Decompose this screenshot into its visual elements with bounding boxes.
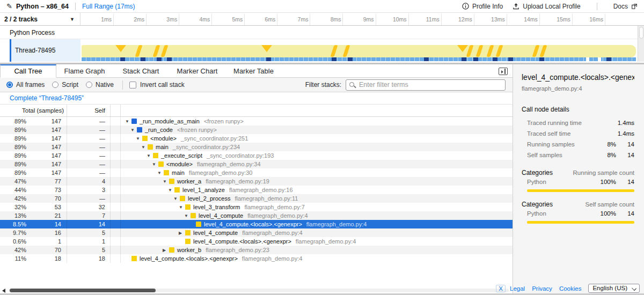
categories-title: Categories bbox=[522, 169, 573, 176]
sidebar-detail-row: Self samples8%14 bbox=[522, 150, 634, 160]
row-file-location: flamegraph_demo.py:11 bbox=[235, 195, 298, 202]
table-row[interactable]: 47%774▼worker_aflamegraph_demo.py:19 bbox=[0, 177, 513, 186]
process-track-row[interactable]: Python Process bbox=[0, 26, 638, 39]
row-total-samples: 18 bbox=[26, 255, 64, 262]
categories-subtitle: Running sample count bbox=[573, 169, 634, 176]
timeline-vertical-scrollbar[interactable] bbox=[638, 26, 644, 62]
expander-expand-icon[interactable]: ▶ bbox=[163, 248, 169, 253]
expander-collapse-icon[interactable]: ▼ bbox=[157, 171, 164, 175]
table-row[interactable]: 42%705▶worker_bflamegraph_demo.py:23 bbox=[0, 246, 513, 254]
footer-link-legal[interactable]: Legal bbox=[510, 285, 525, 292]
edit-profile-name-icon[interactable]: ✎ bbox=[6, 2, 12, 10]
table-row[interactable]: 32%5332▼level_3_transformflamegraph_demo… bbox=[0, 203, 513, 211]
detail-label: Self samples bbox=[527, 152, 592, 158]
column-header-total[interactable]: Total (samples) bbox=[0, 105, 67, 116]
column-header-self[interactable]: Self bbox=[67, 105, 111, 116]
chevron-down-icon: ▼ bbox=[70, 17, 75, 22]
table-row[interactable]: 89%147—▼<module>_sync_coordinator.py:251 bbox=[0, 134, 513, 143]
row-total-samples: 1 bbox=[26, 238, 64, 245]
expander-collapse-icon[interactable]: ▼ bbox=[168, 188, 174, 193]
profile-info-button[interactable]: Profile Info bbox=[462, 3, 503, 10]
table-row[interactable]: 13%217▼level_4_computeflamegraph_demo.py… bbox=[0, 211, 513, 220]
row-function-name: level_1_analyze bbox=[182, 187, 225, 193]
footer-close-button[interactable]: X bbox=[496, 285, 506, 292]
filter-search-input[interactable] bbox=[359, 80, 503, 90]
detail-percent: 8% bbox=[592, 152, 616, 158]
tab-call-tree[interactable]: Call Tree bbox=[0, 64, 56, 78]
radio-native-label[interactable]: Native bbox=[96, 81, 114, 88]
tab-marker-chart[interactable]: Marker Chart bbox=[169, 64, 225, 78]
expander-expand-icon[interactable]: ▶ bbox=[179, 231, 185, 235]
ruler-tick-label: 10ms bbox=[393, 16, 407, 23]
row-file-location: flamegraph_demo.py:4 bbox=[247, 212, 308, 219]
column-header-tree bbox=[121, 105, 513, 116]
expander-collapse-icon[interactable]: ▼ bbox=[173, 196, 180, 201]
table-row[interactable]: 42%70—▼level_2_processflamegraph_demo.py… bbox=[0, 194, 513, 203]
upload-profile-button[interactable]: Upload Local Profile bbox=[513, 3, 580, 10]
table-row[interactable]: 9.7%165▶level_4_computeflamegraph_demo.p… bbox=[0, 228, 513, 237]
row-total-percent: 8.5% bbox=[0, 221, 26, 227]
radio-script-label[interactable]: Script bbox=[62, 81, 78, 88]
table-row[interactable]: 0.6%11level_4_compute.<locals>.<genexpr>… bbox=[0, 237, 513, 246]
expander-collapse-icon[interactable]: ▼ bbox=[163, 179, 169, 184]
table-row[interactable]: 89%147—▼_run_code<frozen runpy> bbox=[0, 126, 513, 134]
sidebar-detail-row: Running samples8%14 bbox=[522, 139, 634, 150]
detail-label: Traced self time bbox=[527, 130, 592, 137]
horizontal-scrollbar-thumb[interactable] bbox=[10, 289, 156, 292]
call-node-sidebar: level_4_compute.<locals>.<genex… flamegr… bbox=[513, 64, 644, 295]
expander-collapse-icon[interactable]: ▼ bbox=[136, 136, 142, 141]
docs-button[interactable]: Docs bbox=[613, 3, 638, 10]
scroll-left-arrow-icon[interactable] bbox=[2, 289, 5, 293]
tracks-dropdown[interactable]: 2 / 2 tracks ▼ bbox=[0, 13, 80, 25]
table-row[interactable]: 89%147—▼mainflamegraph_demo.py:30 bbox=[0, 168, 513, 177]
expander-collapse-icon[interactable]: ▼ bbox=[130, 128, 137, 132]
breadcrumb-root[interactable]: Complete “Thread-78495” bbox=[10, 94, 84, 102]
row-total-percent: 47% bbox=[0, 178, 26, 185]
table-row[interactable]: 8.5%1414level_4_compute.<locals>.<genexp… bbox=[0, 220, 513, 228]
jank-marker-icon bbox=[115, 45, 126, 52]
footer-link-cookies[interactable]: Cookies bbox=[559, 285, 582, 292]
table-row[interactable]: 89%147—▼_run_module_as_main<frozen runpy… bbox=[0, 117, 513, 126]
tab-stack-chart[interactable]: Stack Chart bbox=[113, 64, 169, 78]
ruler-tick-label: 13ms bbox=[491, 16, 505, 23]
ruler-tick: 8ms bbox=[342, 14, 343, 25]
language-select[interactable]: English (US) bbox=[588, 284, 640, 293]
full-range-breadcrumb[interactable]: Full Range (17ms) bbox=[82, 3, 135, 10]
table-row[interactable]: 89%147—▼_execute_script_sync_coordinator… bbox=[0, 151, 513, 160]
expander-collapse-icon[interactable]: ▼ bbox=[152, 162, 158, 167]
thread-activity-graph[interactable] bbox=[80, 39, 638, 62]
expander-collapse-icon[interactable]: ▼ bbox=[184, 213, 191, 218]
ruler-tick: 4ms bbox=[211, 14, 212, 25]
expander-collapse-icon[interactable]: ▼ bbox=[179, 205, 185, 210]
filter-bar: All frames Script Native Invert call sta… bbox=[0, 78, 513, 92]
table-row[interactable]: 89%147—▼main_sync_coordinator.py:234 bbox=[0, 143, 513, 151]
tab-marker-table[interactable]: Marker Table bbox=[225, 64, 282, 78]
invert-call-stack-checkbox[interactable] bbox=[129, 82, 136, 88]
tab-flame-graph[interactable]: Flame Graph bbox=[56, 64, 113, 78]
python-category-icon bbox=[148, 144, 153, 150]
table-row[interactable]: 89%147—▼<module>flamegraph_demo.py:34 bbox=[0, 160, 513, 168]
expander-collapse-icon[interactable]: ▼ bbox=[125, 119, 131, 124]
radio-native[interactable] bbox=[86, 82, 92, 88]
table-row[interactable]: 11%1818level_4_compute.<locals>.<genexpr… bbox=[0, 254, 513, 263]
ruler-tick: 12ms bbox=[474, 14, 474, 25]
profile-name[interactable]: Python – x86_64 bbox=[16, 3, 69, 10]
invert-call-stack-label[interactable]: Invert call stack bbox=[140, 81, 185, 88]
row-total-percent: 89% bbox=[0, 144, 26, 150]
scrollbar-thumb[interactable] bbox=[639, 27, 643, 39]
open-sidebar-toggle[interactable] bbox=[499, 68, 508, 75]
python-category-icon bbox=[164, 170, 169, 175]
row-total-samples: 16 bbox=[26, 230, 64, 236]
radio-all-frames[interactable] bbox=[6, 82, 13, 88]
row-total-samples: 21 bbox=[26, 212, 64, 219]
python-category-icon bbox=[196, 222, 201, 227]
table-row[interactable]: 44%733▼level_1_analyzeflamegraph_demo.py… bbox=[0, 186, 513, 194]
expander-collapse-icon[interactable]: ▼ bbox=[147, 153, 153, 158]
ruler-tick: 11ms bbox=[441, 14, 442, 25]
external-link-icon bbox=[631, 3, 638, 10]
radio-all-frames-label[interactable]: All frames bbox=[16, 81, 45, 88]
footer-link-privacy[interactable]: Privacy bbox=[532, 285, 552, 292]
expander-collapse-icon[interactable]: ▼ bbox=[141, 145, 148, 150]
ruler-tick: 13ms bbox=[507, 14, 507, 25]
radio-script[interactable] bbox=[52, 82, 58, 88]
